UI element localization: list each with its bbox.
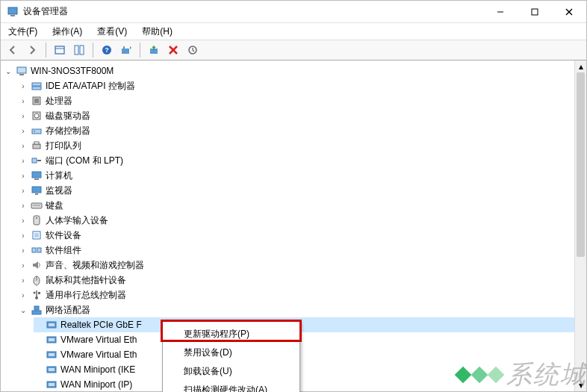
tree-category[interactable]: ›鼠标和其他指针设备 [19,273,586,287]
scroll-up-button[interactable]: ▴ [575,60,586,72]
tree-category[interactable]: ›声音、视频和游戏控制器 [19,258,586,273]
uninstall-button[interactable] [164,41,182,59]
netadapter-icon [46,379,58,391]
tree-category[interactable]: ›软件设备 [19,228,586,243]
printer-icon [31,140,43,152]
expander-closed-icon[interactable]: › [19,111,28,120]
separator [46,43,46,57]
svg-rect-26 [32,129,41,134]
svg-rect-41 [32,248,36,252]
category-label: 打印队列 [46,140,81,152]
tree-category[interactable]: ›处理器 [19,93,586,108]
device-label: VMware Virtual Eth [60,349,137,360]
expander-closed-icon[interactable]: › [19,216,28,225]
netadapter-icon [46,364,58,376]
category-label: 端口 (COM 和 LPT) [46,155,123,167]
netadapter-icon [46,349,58,361]
expander-closed-icon[interactable]: › [19,141,28,150]
menu-view[interactable]: 查看(V) [94,24,130,40]
svg-rect-59 [49,368,55,371]
netadapter-icon [46,334,58,346]
expander-closed-icon[interactable]: › [19,246,28,255]
tree-category[interactable]: ›键盘 [19,198,586,213]
svg-rect-50 [34,306,39,310]
menu-action[interactable]: 操作(A) [49,24,85,40]
minimize-button[interactable] [483,1,518,23]
forward-button[interactable] [23,41,41,59]
scroll-track[interactable] [575,72,586,379]
disable-button[interactable] [184,41,202,59]
expander-open-icon[interactable]: ⌄ [19,305,28,314]
separator [93,43,93,57]
expander-closed-icon[interactable]: › [19,201,28,210]
svg-rect-48 [38,292,40,294]
svg-rect-28 [33,144,40,149]
tree-category-network[interactable]: ⌄网络适配器 [19,302,586,317]
svg-rect-0 [8,7,17,14]
expander-closed-icon[interactable]: › [19,81,28,90]
hid-icon [31,214,43,226]
tree-category[interactable]: ›磁盘驱动器 [19,108,586,123]
tree-category[interactable]: ›存储控制器 [19,123,586,138]
expander-closed-icon[interactable]: › [19,96,28,105]
device-label: WAN Miniport (IP) [60,379,132,390]
expander-closed-icon[interactable]: › [19,276,28,284]
svg-rect-53 [49,323,55,326]
expander-closed-icon[interactable]: › [19,156,28,165]
menu-help[interactable]: 帮助(H) [139,24,176,40]
cpu-icon [31,95,43,107]
expander-closed-icon[interactable]: › [19,126,28,135]
ctx-disable-device[interactable]: 禁用设备(D) [163,343,299,362]
maximize-button[interactable] [518,1,552,23]
tree-category[interactable]: ›监视器 [19,183,586,198]
properties-button[interactable] [70,41,88,59]
tree-category[interactable]: ›计算机 [19,168,586,183]
close-button[interactable] [552,1,586,23]
expander-closed-icon[interactable]: › [19,171,28,180]
root-node[interactable]: ⌄ WIN-3NOS3TF800M [4,63,586,78]
tree-category[interactable]: ›软件组件 [19,243,586,258]
svg-rect-29 [34,142,39,144]
expander-open-icon[interactable]: ⌄ [4,66,13,75]
menu-file[interactable]: 文件(F) [5,24,40,40]
app-icon [7,6,19,18]
expander-closed-icon[interactable]: › [19,186,28,195]
tree-category[interactable]: ›通用串行总线控制器 [19,287,586,302]
tree-device[interactable]: VMware Virtual Eth [34,332,586,347]
svg-rect-37 [34,216,40,225]
ctx-update-driver[interactable]: 更新驱动程序(P) [163,325,299,343]
svg-rect-1 [10,15,15,16]
svg-rect-3 [532,9,538,15]
category-label: 存储控制器 [46,125,90,137]
update-driver-button[interactable] [145,41,163,59]
ctx-scan-hardware[interactable]: 扫描检测硬件改动(A) [163,381,299,392]
toolbar: ? [1,40,586,60]
svg-point-38 [36,217,37,219]
expander-closed-icon[interactable]: › [19,261,28,270]
scroll-thumb[interactable] [577,72,585,257]
tree-device[interactable]: Realtek PCIe GbE F [34,317,586,332]
svg-point-47 [34,292,36,294]
svg-point-27 [34,131,35,132]
category-label: 处理器 [46,95,72,108]
tree-category[interactable]: ›打印队列 [19,138,586,153]
help-button[interactable]: ? [98,41,116,59]
back-button[interactable] [4,41,22,59]
scan-button[interactable] [117,41,135,59]
show-hidden-button[interactable] [51,41,69,59]
separator [140,43,140,57]
category-label: 软件组件 [46,244,81,257]
tree-category[interactable]: ›IDE ATA/ATAPI 控制器 [19,78,586,93]
tree-category[interactable]: ›人体学输入设备 [19,213,586,228]
expander-closed-icon[interactable]: › [19,231,28,240]
svg-rect-40 [34,233,39,237]
ctx-uninstall-device[interactable]: 卸载设备(U) [163,362,299,381]
diamond-icon [488,367,505,384]
expander-closed-icon[interactable]: › [19,290,28,299]
svg-rect-19 [19,74,24,75]
vertical-scrollbar[interactable]: ▴ ▾ [574,60,586,391]
category-label: 网络适配器 [46,304,90,317]
watermark-text: 系统城 [506,358,587,392]
svg-point-25 [34,113,39,118]
tree-category[interactable]: ›端口 (COM 和 LPT) [19,153,586,168]
